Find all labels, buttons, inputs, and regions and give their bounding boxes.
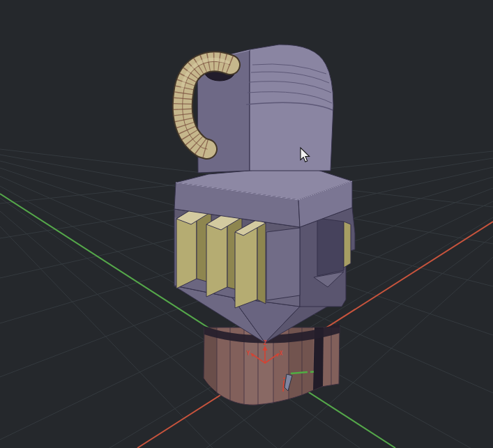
mini-gizmo-red-tick [283,380,284,392]
mini-gizmo-green-dash [310,372,314,373]
gizmo-label-y: Y [247,350,250,357]
mini-gizmo-red-dot [283,378,285,380]
front-raised-plate[interactable] [266,228,300,300]
side-recess-panel[interactable] [317,218,344,276]
gizmo-label-x: X [280,350,283,357]
slat-3-side[interactable] [257,219,266,304]
side-recess-slat[interactable] [344,222,351,268]
slat-3[interactable] [235,219,266,308]
head-right-face[interactable] [250,45,333,171]
viewport-3d[interactable]: Z Y X [0,0,493,448]
gizmo-label-z: Z [264,340,267,346]
